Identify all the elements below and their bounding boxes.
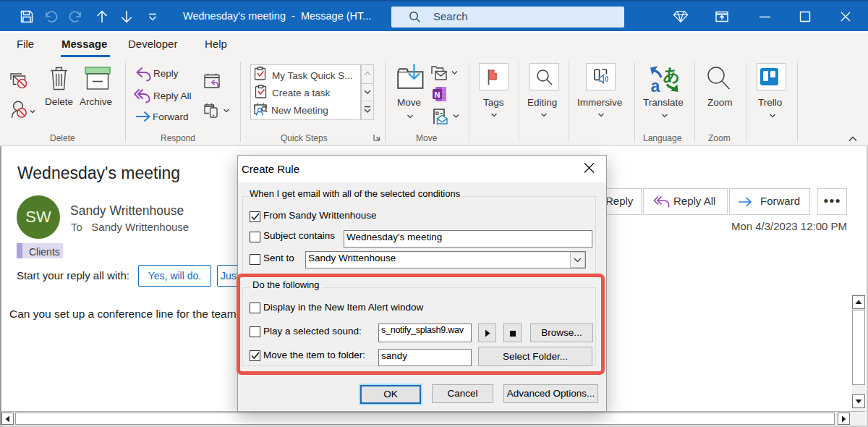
- svg-text:a: a: [651, 77, 660, 93]
- svg-text:N: N: [435, 90, 441, 99]
- svg-text:あ: あ: [663, 65, 679, 84]
